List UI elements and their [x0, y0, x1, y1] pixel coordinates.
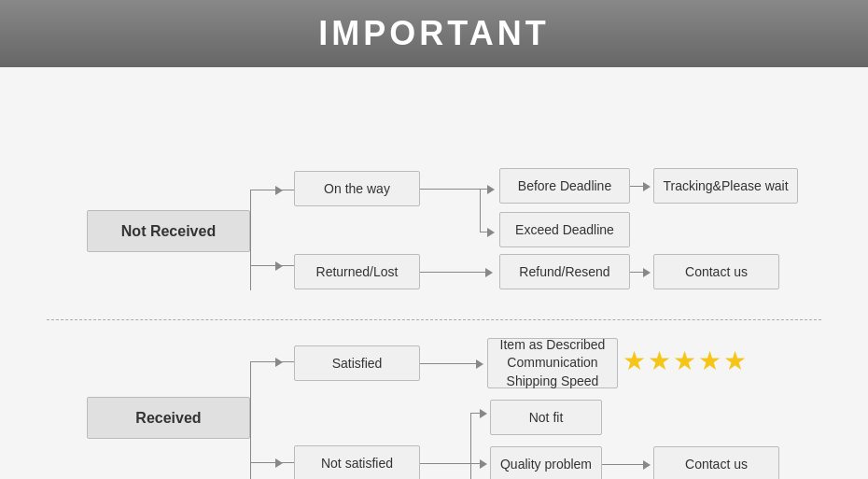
arrow-contact1	[643, 268, 651, 277]
before-deadline-box: Before Deadline	[499, 168, 630, 204]
arrow-notsatisfied	[275, 458, 283, 468]
returned-lost-box: Returned/Lost	[294, 254, 420, 289]
arrow-returned	[275, 261, 283, 271]
received-box: Received	[87, 397, 250, 439]
contact-us-box-1: Contact us	[653, 254, 779, 289]
header: IMPORTANT	[0, 0, 868, 67]
contact-us-box-2: Contact us	[653, 446, 779, 479]
not-satisfied-box: Not satisfied	[294, 445, 420, 479]
arrow-notfit	[480, 409, 487, 418]
h-line-returned	[250, 265, 297, 266]
h-to-refund	[420, 272, 490, 273]
arrow-ontheway	[275, 186, 283, 195]
section-divider	[47, 319, 821, 320]
h-to-contact2	[602, 464, 649, 465]
arrow-satisfied	[275, 358, 283, 367]
h-line-from-ontheway	[420, 189, 481, 190]
h-line-satisfied	[250, 361, 297, 362]
v-split-notsatisfied	[470, 413, 471, 479]
content: Not Received On the way Before Deadline …	[0, 67, 868, 479]
not-fit-box: Not fit	[490, 400, 602, 435]
satisfied-box: Satisfied	[294, 345, 420, 381]
branch-line-1	[250, 190, 251, 290]
stars: ★★★★★	[623, 345, 749, 376]
arrow-satisfied-result	[476, 359, 483, 369]
h-line-ontheway	[250, 190, 297, 190]
h-to-satisfied-result	[420, 363, 481, 364]
header-title: IMPORTANT	[318, 14, 549, 53]
on-the-way-box: On the way	[294, 171, 420, 206]
tracking-box: Tracking&Please wait	[653, 168, 798, 204]
arrow-contact2	[643, 460, 651, 470]
arrow-tracking	[643, 182, 651, 191]
h-line-notsatisfied	[250, 462, 297, 463]
refund-resend-box: Refund/Resend	[499, 254, 630, 289]
v-split-ontheway	[480, 189, 481, 232]
quality-problem-box: Quality problem	[490, 446, 602, 479]
h-from-notsatisfied	[420, 463, 471, 464]
arrow-refund	[485, 268, 493, 277]
arrow-quality	[480, 459, 487, 469]
arrow-before-deadline	[487, 185, 495, 194]
satisfied-result-box: Item as Described Communication Shipping…	[487, 338, 618, 388]
not-received-box: Not Received	[87, 210, 250, 252]
exceed-deadline-box: Exceed Deadline	[499, 212, 630, 247]
arrow-exceed-deadline	[487, 228, 495, 237]
